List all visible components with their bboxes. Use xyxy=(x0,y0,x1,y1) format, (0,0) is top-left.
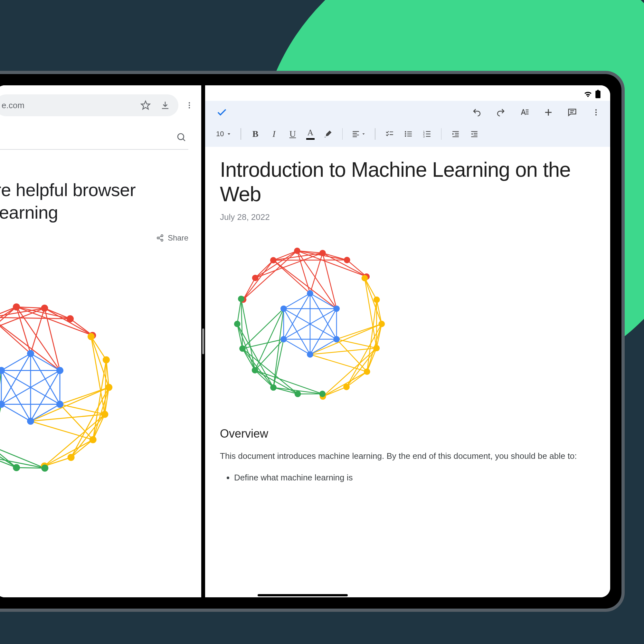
svg-point-117 xyxy=(0,401,5,408)
docs-pane: 10 B I U A xyxy=(205,85,610,597)
svg-point-103 xyxy=(90,436,97,443)
toolbar-separator xyxy=(342,128,343,140)
svg-point-118 xyxy=(0,367,5,374)
tablet-screen: e.com xyxy=(0,85,610,597)
text-format-icon[interactable] xyxy=(519,108,530,117)
svg-point-251 xyxy=(378,321,385,327)
svg-rect-154 xyxy=(453,136,459,137)
svg-rect-149 xyxy=(426,133,431,134)
undo-icon[interactable] xyxy=(472,108,482,117)
docs-main-toolbar xyxy=(205,101,610,124)
svg-rect-152 xyxy=(455,133,459,133)
svg-point-253 xyxy=(364,368,370,375)
dropdown-icon xyxy=(226,131,232,137)
align-button[interactable] xyxy=(352,130,366,138)
svg-point-130 xyxy=(595,114,597,115)
svg-point-244 xyxy=(270,257,277,263)
indent-button[interactable] xyxy=(469,130,479,138)
highlight-button[interactable] xyxy=(323,129,333,138)
svg-point-254 xyxy=(343,384,350,390)
svg-point-116 xyxy=(27,418,34,425)
svg-rect-144 xyxy=(407,136,412,136)
svg-rect-153 xyxy=(455,135,459,135)
bold-button[interactable]: B xyxy=(250,129,260,139)
svg-point-7 xyxy=(157,237,159,239)
svg-point-114 xyxy=(56,367,63,374)
svg-line-22 xyxy=(16,307,92,336)
italic-button[interactable]: I xyxy=(269,129,279,139)
download-icon[interactable] xyxy=(160,100,170,110)
document-title: Introduction to Machine Learning on the … xyxy=(220,158,595,206)
toolbar-separator xyxy=(375,128,375,140)
svg-line-205 xyxy=(255,370,323,394)
toolbar-separator xyxy=(441,128,442,140)
split-divider[interactable] xyxy=(201,85,205,597)
svg-point-247 xyxy=(344,257,350,263)
underline-button[interactable]: U xyxy=(288,129,298,139)
article-title-line: re helpful browser xyxy=(0,180,136,200)
article-title: re helpful browser learning xyxy=(0,179,188,224)
text-color-button[interactable]: A xyxy=(306,128,315,140)
svg-point-107 xyxy=(13,464,20,471)
svg-point-100 xyxy=(103,356,110,363)
svg-point-267 xyxy=(280,336,287,343)
svg-point-1 xyxy=(189,102,190,103)
omnibox-text: e.com xyxy=(0,100,131,110)
svg-line-34 xyxy=(91,336,105,414)
share-button[interactable]: Share xyxy=(0,233,188,242)
svg-marker-131 xyxy=(228,133,230,135)
insert-icon[interactable] xyxy=(543,108,554,117)
svg-line-52 xyxy=(31,421,93,440)
svg-line-50 xyxy=(31,414,105,421)
document-body[interactable]: Introduction to Machine Learning on the … xyxy=(205,147,610,597)
font-size-value: 10 xyxy=(216,130,224,138)
star-icon[interactable] xyxy=(140,100,151,110)
svg-point-250 xyxy=(374,297,380,303)
comment-icon[interactable] xyxy=(567,108,577,117)
svg-point-139 xyxy=(405,131,406,132)
svg-point-113 xyxy=(27,350,34,357)
svg-line-195 xyxy=(323,372,367,396)
svg-point-262 xyxy=(238,296,244,302)
svg-marker-0 xyxy=(141,101,150,109)
numbered-list-button[interactable]: 123 xyxy=(422,130,432,138)
svg-point-260 xyxy=(239,346,246,352)
svg-point-106 xyxy=(41,465,48,472)
paragraph: This document introduces machine learnin… xyxy=(220,450,595,463)
svg-line-175 xyxy=(347,260,367,276)
svg-point-264 xyxy=(333,306,340,312)
svg-line-172 xyxy=(297,251,366,277)
svg-line-29 xyxy=(16,307,60,370)
svg-line-45 xyxy=(44,440,93,466)
svg-rect-157 xyxy=(474,133,478,133)
svg-point-3 xyxy=(189,107,190,108)
search-icon[interactable] xyxy=(176,132,187,143)
bullet-list-button[interactable] xyxy=(403,130,413,138)
svg-point-140 xyxy=(405,133,406,134)
svg-point-115 xyxy=(56,401,63,408)
svg-line-208 xyxy=(242,348,298,394)
document-date: July 28, 2022 xyxy=(220,212,595,222)
network-graph-image xyxy=(0,294,130,481)
battery-icon xyxy=(595,90,601,98)
browser-pane: e.com xyxy=(0,85,201,597)
divider-handle[interactable] xyxy=(202,328,204,354)
outdent-button[interactable] xyxy=(450,130,461,138)
svg-line-37 xyxy=(93,360,106,440)
navigation-bar[interactable] xyxy=(258,594,348,596)
svg-point-6 xyxy=(161,235,163,237)
font-size-selector[interactable]: 10 xyxy=(216,130,232,138)
browser-menu-icon[interactable] xyxy=(182,98,196,112)
svg-point-259 xyxy=(252,367,258,374)
more-menu-icon[interactable] xyxy=(591,108,601,117)
done-check-icon[interactable] xyxy=(216,107,228,118)
redo-icon[interactable] xyxy=(496,108,506,117)
checklist-button[interactable] xyxy=(384,130,395,138)
list-item: Define what machine learning is xyxy=(234,473,595,483)
divider-line xyxy=(0,149,188,150)
svg-line-26 xyxy=(0,317,31,354)
omnibox[interactable]: e.com xyxy=(0,94,178,116)
svg-point-257 xyxy=(295,391,301,397)
svg-rect-158 xyxy=(474,135,478,135)
svg-point-101 xyxy=(105,384,112,391)
